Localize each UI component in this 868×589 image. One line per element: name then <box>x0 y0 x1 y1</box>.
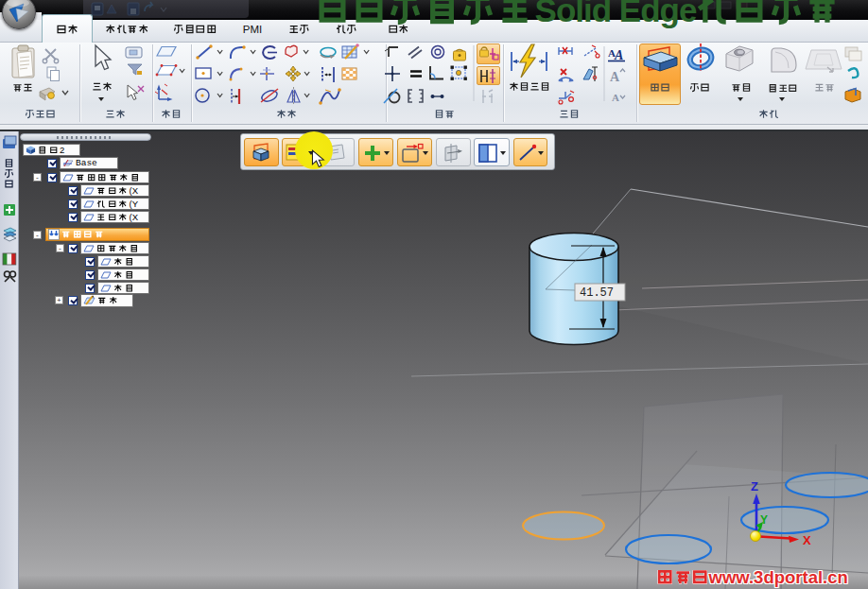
svg-text:Z: Z <box>751 479 758 494</box>
svg-text:41.57: 41.57 <box>580 286 614 300</box>
svg-text:A: A <box>612 92 619 103</box>
svg-text:X: X <box>803 533 811 547</box>
svg-text:Y: Y <box>760 513 768 527</box>
svg-text:A: A <box>610 70 620 84</box>
